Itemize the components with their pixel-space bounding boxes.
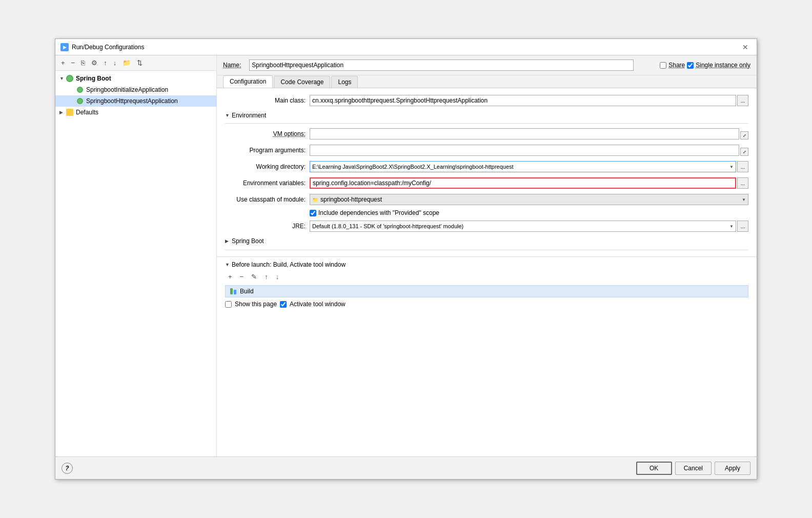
working-directory-input-area: E:\Learning Java\SpringBoot2.X\SpringBoo… (310, 161, 748, 172)
dialog-footer: ? OK Cancel Apply (55, 456, 757, 479)
working-directory-value: E:\Learning Java\SpringBoot2.X\SpringBoo… (312, 164, 514, 170)
working-directory-row: Working directory: E:\Learning Java\Spri… (225, 158, 748, 175)
before-launch-header: ▼ Before launch: Build, Activate tool wi… (225, 261, 748, 268)
spring-boot-arrow: ▼ (59, 76, 66, 81)
program-arguments-label: Program arguments: (225, 147, 310, 154)
working-directory-dropdown[interactable]: E:\Learning Java\SpringBoot2.X\SpringBoo… (310, 161, 736, 172)
vm-options-input[interactable] (310, 128, 739, 140)
tree-group-defaults[interactable]: ▶ Defaults (55, 107, 216, 118)
main-class-label: Main class: (225, 97, 310, 104)
build-label: Build (240, 288, 254, 295)
environment-section-label: Environment (232, 112, 266, 119)
spring-boot-divider (225, 250, 748, 250)
environment-arrow: ▼ (225, 113, 230, 118)
move-up-button[interactable]: ↑ (101, 57, 110, 68)
single-instance-checkbox[interactable] (687, 62, 694, 69)
move-down-before-launch-button[interactable]: ↓ (273, 271, 282, 282)
classpath-module-value: springboot-httprequest (320, 196, 382, 203)
classpath-module-label: Use classpath of module: (225, 196, 310, 203)
share-label: Share (668, 62, 685, 69)
tree-group-spring-boot[interactable]: ▼ Spring Boot (55, 73, 216, 84)
before-launch-label: Before launch: Build, Activate tool wind… (232, 261, 346, 268)
run-debug-configurations-dialog: ▶ Run/Debug Configurations ✕ + − ⎘ ⚙ ↑ ↓… (55, 38, 757, 480)
env-variables-input-area: ... (310, 177, 748, 189)
copy-config-button[interactable]: ⎘ (78, 57, 88, 68)
classpath-module-row: Use classpath of module: 📁 springboot-ht… (225, 191, 748, 208)
form-section-main: Main class: ... ▼ Environment (217, 88, 757, 256)
environment-section-header[interactable]: ▼ Environment (225, 109, 748, 121)
move-down-button[interactable]: ↓ (111, 57, 119, 68)
sort-button[interactable]: ⇅ (134, 57, 145, 68)
springboot-initialize-label: SpringbootInitializeApplication (86, 86, 168, 93)
config-tree: ▼ Spring Boot SpringbootInitializeApplic… (55, 71, 216, 456)
env-variables-label: Environment variables: (225, 180, 310, 187)
tree-item-springboot-initialize[interactable]: SpringbootInitializeApplication (55, 84, 216, 95)
title-bar-left: ▶ Run/Debug Configurations (60, 43, 144, 51)
show-page-row: Show this page Activate tool window (225, 297, 748, 311)
program-arguments-row: Program arguments: ⤢ (225, 142, 748, 158)
name-input[interactable] (249, 59, 634, 71)
include-dependencies-checkbox[interactable] (310, 210, 316, 216)
program-arguments-expand-button[interactable]: ⤢ (740, 148, 748, 156)
dialog-icon: ▶ (60, 43, 69, 51)
ok-button[interactable]: OK (636, 462, 672, 475)
settings-button[interactable]: ⚙ (89, 57, 100, 68)
remove-before-launch-button[interactable]: − (237, 271, 247, 282)
classpath-module-arrow: ▼ (742, 197, 746, 202)
share-area: Share Single instance only (660, 62, 750, 69)
springboot-httprequest-icon (76, 97, 84, 105)
activate-tool-window-checkbox[interactable] (280, 301, 287, 308)
env-variables-browse-button[interactable]: ... (737, 177, 748, 189)
dialog-title: Run/Debug Configurations (72, 44, 144, 51)
vm-options-expand-button[interactable]: ⤢ (740, 131, 748, 140)
before-launch-toolbar: + − ✎ ↑ ↓ (225, 271, 748, 282)
single-instance-label: Single instance only (696, 62, 750, 69)
move-up-before-launch-button[interactable]: ↑ (261, 271, 271, 282)
jre-browse-button[interactable]: ... (737, 221, 748, 232)
spring-boot-section-header[interactable]: ▶ Spring Boot (225, 234, 748, 248)
title-bar: ▶ Run/Debug Configurations ✕ (55, 39, 757, 55)
tab-code-coverage[interactable]: Code Coverage (274, 76, 330, 88)
edit-before-launch-button[interactable]: ✎ (248, 271, 260, 282)
cancel-button[interactable]: Cancel (675, 462, 712, 475)
main-class-row: Main class: ... (225, 92, 748, 109)
tree-item-springboot-httprequest[interactable]: SpringbootHttprequestApplication (55, 95, 216, 107)
defaults-arrow: ▶ (59, 110, 66, 115)
program-arguments-input[interactable] (310, 145, 739, 156)
svg-rect-1 (234, 290, 236, 294)
sidebar-toolbar: + − ⎘ ⚙ ↑ ↓ 📁 ⇅ (55, 55, 216, 71)
spring-boot-section-arrow: ▶ (225, 238, 229, 244)
main-class-input[interactable] (310, 95, 736, 106)
springboot-initialize-icon (76, 86, 84, 94)
program-arguments-input-area: ⤢ (310, 145, 748, 156)
vm-options-row: VM options: ⤢ (225, 126, 748, 142)
jre-dropdown[interactable]: Default (1.8.0_131 - SDK of 'springboot-… (310, 221, 736, 232)
before-launch-arrow: ▼ (225, 262, 230, 267)
sidebar: + − ⎘ ⚙ ↑ ↓ 📁 ⇅ ▼ Spring Boot (55, 55, 217, 456)
remove-config-button[interactable]: − (69, 57, 78, 68)
help-button[interactable]: ? (62, 463, 73, 474)
tab-logs[interactable]: Logs (331, 76, 358, 88)
main-panel: Name: Share Single instance only Configu… (217, 55, 757, 456)
main-class-input-area: ... (310, 95, 748, 106)
add-config-button[interactable]: + (58, 57, 68, 68)
share-checkbox[interactable] (660, 62, 666, 69)
spring-boot-group-label: Spring Boot (76, 75, 111, 82)
jre-input-area: Default (1.8.0_131 - SDK of 'springboot-… (310, 221, 748, 232)
footer-buttons: OK Cancel Apply (636, 462, 750, 475)
name-row: Name: Share Single instance only (217, 55, 757, 75)
env-variables-input[interactable] (310, 177, 736, 189)
folder-button[interactable]: 📁 (120, 57, 133, 68)
main-class-browse-button[interactable]: ... (737, 95, 748, 106)
classpath-module-dropdown[interactable]: 📁 springboot-httprequest ▼ (310, 194, 748, 205)
tab-configuration[interactable]: Configuration (223, 75, 273, 88)
add-before-launch-button[interactable]: + (225, 271, 235, 282)
jre-label: JRE: (225, 223, 310, 230)
jre-arrow: ▼ (729, 224, 734, 229)
before-launch-section: ▼ Before launch: Build, Activate tool wi… (217, 256, 757, 315)
working-directory-browse-button[interactable]: ... (737, 161, 748, 172)
close-button[interactable]: ✕ (739, 42, 752, 52)
show-this-page-label: Show this page (235, 301, 277, 308)
show-this-page-checkbox[interactable] (225, 301, 232, 308)
apply-button[interactable]: Apply (715, 462, 750, 475)
